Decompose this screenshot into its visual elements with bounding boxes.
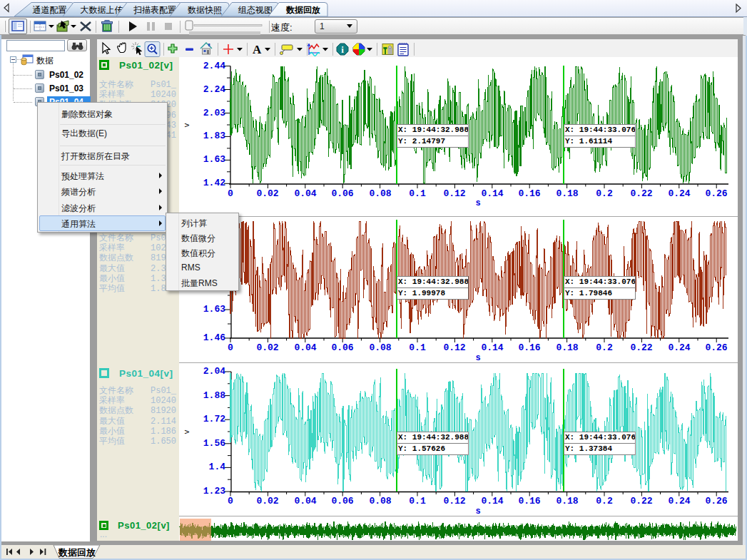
svg-text:数据回放: 数据回放 (58, 547, 96, 558)
